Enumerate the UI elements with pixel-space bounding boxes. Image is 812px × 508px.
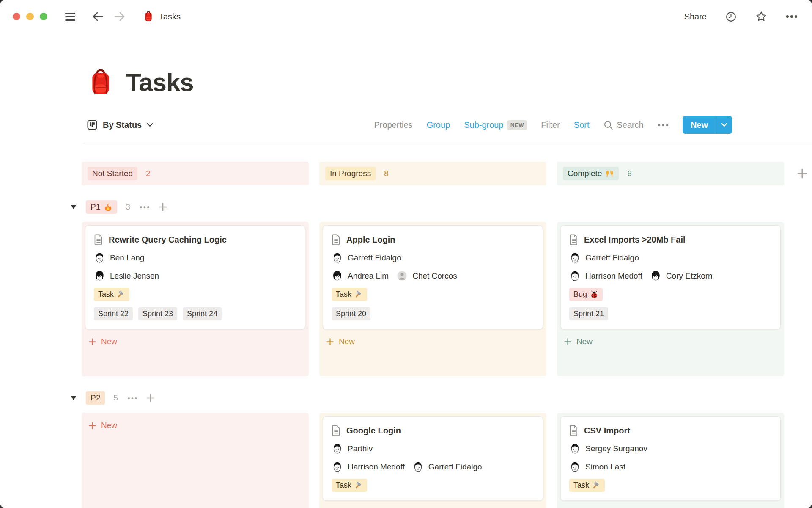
column-count: 6 xyxy=(627,169,632,178)
assignee: Garrett Fidalgo xyxy=(332,252,401,263)
group-add-icon[interactable] xyxy=(146,393,155,403)
tag-row: Task xyxy=(94,288,296,301)
column-status-pill[interactable]: Complete xyxy=(563,167,619,180)
group-count: 5 xyxy=(113,393,118,403)
add-group-button[interactable] xyxy=(795,162,810,185)
search-menu-item[interactable]: Search xyxy=(604,120,644,130)
plus-icon xyxy=(564,338,572,346)
updates-clock-icon[interactable] xyxy=(725,11,737,22)
column-status-pill[interactable]: Not Started xyxy=(88,167,137,180)
column-count: 8 xyxy=(384,169,389,178)
panel-row-spacer xyxy=(795,413,810,508)
view-switcher-by-status[interactable]: By Status xyxy=(87,119,153,130)
group-options-icon[interactable] xyxy=(140,206,150,209)
assignee: Chet Corcos xyxy=(396,270,457,282)
tag-task: Task xyxy=(332,288,367,301)
card-title-row: Rewrite Query Caching Logic xyxy=(94,234,296,245)
assignee-name: Garrett Fidalgo xyxy=(428,462,482,472)
assignee: Harrison Medoff xyxy=(569,270,642,282)
titlebar-page-title: Tasks xyxy=(159,12,181,22)
assignee-name: Andrea Lim xyxy=(348,271,389,281)
assignee: Simon Last xyxy=(569,461,625,472)
column-status-pill-label: Complete xyxy=(568,168,602,179)
zoom-window-button[interactable] xyxy=(40,13,47,20)
column-headers-row: Not Started2In Progress8Complete6 xyxy=(82,162,812,185)
app-window: Tasks Share Tasks By Status xyxy=(0,0,812,508)
new-card-button[interactable]: New xyxy=(560,334,781,349)
card-title-row: Apple Login xyxy=(332,234,534,245)
avatar-woman xyxy=(650,270,661,282)
fire-icon xyxy=(104,203,112,212)
page-title[interactable]: Tasks xyxy=(126,68,194,97)
group-pill-p1[interactable]: P1 xyxy=(86,200,117,214)
new-feature-badge: NEW xyxy=(508,120,527,130)
favorite-star-icon[interactable] xyxy=(755,11,767,22)
back-arrow-icon[interactable] xyxy=(92,12,103,21)
new-button-dropdown[interactable] xyxy=(716,116,732,134)
tag-label: Sprint 20 xyxy=(336,309,366,319)
tag-row: Task xyxy=(332,288,534,301)
task-card[interactable]: Apple LoginGarrett FidalgoAndrea LimChet… xyxy=(323,225,543,329)
close-window-button[interactable] xyxy=(13,13,20,20)
board-cell: CSV ImportSergey SurganovSimon LastTask xyxy=(557,413,784,508)
kanban-board: Not Started2In Progress8Complete6P13Rewr… xyxy=(82,162,812,508)
page-emoji-backpack-icon[interactable] xyxy=(87,69,115,97)
group-add-icon[interactable] xyxy=(158,202,167,212)
hammer-icon xyxy=(354,290,363,299)
task-card[interactable]: Excel Imports >20Mb FailGarrett FidalgoH… xyxy=(560,225,781,329)
assignee-name: Garrett Fidalgo xyxy=(585,253,639,262)
assignee-name: Cory Etzkorn xyxy=(666,271,713,281)
board-cell: Rewrite Query Caching LogicBen LangLesli… xyxy=(82,222,309,376)
avatar-man xyxy=(569,252,581,263)
column-header-in-progress: In Progress8 xyxy=(319,162,546,185)
document-icon xyxy=(569,425,579,436)
column-status-pill[interactable]: In Progress xyxy=(325,167,376,180)
group-panels-row: NewGoogle LoginParthivHarrison MedoffGar… xyxy=(82,413,812,508)
tag-sprint-23: Sprint 23 xyxy=(138,307,177,320)
avatar-woman xyxy=(94,270,105,282)
page-emoji-small-backpack-icon xyxy=(143,11,154,22)
new-button[interactable]: New xyxy=(683,116,716,134)
sort-menu-item[interactable]: Sort xyxy=(574,120,590,130)
task-card[interactable]: Rewrite Query Caching LogicBen LangLesli… xyxy=(85,225,305,329)
tag-task: Task xyxy=(94,288,129,301)
group-count: 3 xyxy=(126,202,130,212)
new-card-label: New xyxy=(101,421,117,430)
avatar-woman xyxy=(332,270,343,282)
plus-icon xyxy=(326,338,334,346)
avatar-man xyxy=(94,252,105,263)
tag-task: Task xyxy=(569,479,605,492)
sidebar-toggle-icon[interactable] xyxy=(65,13,75,21)
collapse-triangle-icon[interactable] xyxy=(71,396,77,400)
new-card-button[interactable]: New xyxy=(85,334,305,349)
more-options-icon[interactable] xyxy=(786,15,798,18)
tag-label: Task xyxy=(573,480,589,490)
collapse-triangle-icon[interactable] xyxy=(71,205,77,210)
new-card-button[interactable]: New xyxy=(85,418,305,433)
assignee-row: Leslie Jensen xyxy=(94,270,296,282)
chevron-down-icon xyxy=(147,123,153,127)
share-button[interactable]: Share xyxy=(684,12,707,22)
tag-label: Sprint 22 xyxy=(98,309,129,319)
card-title-row: CSV Import xyxy=(569,425,772,436)
assignee-name: Harrison Medoff xyxy=(585,271,642,281)
forward-arrow-icon[interactable] xyxy=(114,12,125,21)
new-card-button[interactable]: New xyxy=(323,334,543,349)
task-card[interactable]: Google LoginParthivHarrison MedoffGarret… xyxy=(323,416,543,501)
toolbar-more-options-icon[interactable] xyxy=(658,124,669,127)
group-options-icon[interactable] xyxy=(127,397,137,400)
assignee-name: Parthiv xyxy=(348,444,373,453)
avatar-man xyxy=(332,461,343,472)
task-card[interactable]: CSV ImportSergey SurganovSimon LastTask xyxy=(560,416,781,501)
filter-menu-item[interactable]: Filter xyxy=(541,120,560,130)
group-header-p1: P13 xyxy=(71,199,812,215)
card-title-row: Excel Imports >20Mb Fail xyxy=(569,234,772,245)
tag-row: Sprint 22Sprint 23Sprint 24 xyxy=(94,307,296,320)
assignee: Cory Etzkorn xyxy=(650,270,713,282)
subgroup-menu-item[interactable]: Sub-group NEW xyxy=(464,120,527,130)
properties-menu-item[interactable]: Properties xyxy=(374,120,412,130)
group-menu-item[interactable]: Group xyxy=(427,120,450,130)
tag-sprint-20: Sprint 20 xyxy=(332,307,370,320)
minimize-window-button[interactable] xyxy=(26,13,34,20)
group-pill-p2[interactable]: P2 xyxy=(86,391,105,405)
